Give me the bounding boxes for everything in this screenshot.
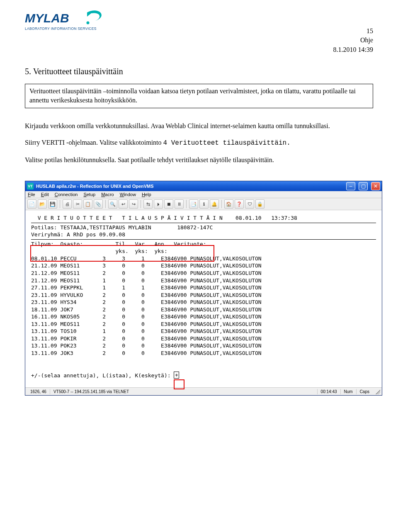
term-patient-line: Potilas: TESTAAJA,TESTITAPAUS MYLABIN 18… xyxy=(31,224,376,231)
app-icon: VT xyxy=(27,183,34,189)
term-row: 16.11.09 NKOS05 2 0 0 E3846V00 PUNASOLUT… xyxy=(31,313,376,321)
term-blank xyxy=(31,357,376,364)
svg-point-0 xyxy=(87,22,90,24)
doc-datetime: 8.1.2010 14:39 xyxy=(25,45,373,54)
term-row: 13.11.09 POKIR 2 0 0 E3846V00 PUNASOLUT,… xyxy=(31,335,376,343)
toolbar-button-13[interactable]: ⏸ xyxy=(175,199,184,209)
menu-file[interactable]: File xyxy=(28,192,35,197)
toolbar-button-9[interactable]: ↪ xyxy=(129,199,138,209)
menu-macro[interactable]: Macro xyxy=(101,192,114,197)
paragraph-1: Kirjaudu verkkoon omilla verkkotunnuksil… xyxy=(25,121,373,131)
toolbar-button-19[interactable]: 🛡 xyxy=(245,199,254,209)
term-row: 27.11.09 PEKPPKL 1 1 1 E3846V00 PUNASOLU… xyxy=(31,284,376,292)
menu-window[interactable]: Window xyxy=(120,192,136,197)
status-num: Num xyxy=(340,389,356,394)
paragraph-3: Valitse potilas henkilötunnuksella. Saat… xyxy=(25,155,373,165)
status-cursor: 1626, 46 xyxy=(27,389,50,394)
toolbar-button-15[interactable]: ℹ xyxy=(199,199,209,209)
term-row: 13.11.09 MEOS11 2 0 0 E3846V00 PUNASOLUT… xyxy=(31,321,376,328)
doc-type: Ohje xyxy=(25,36,373,45)
window-title: HUSLAB apila.r2w - Reflection for UNIX a… xyxy=(36,184,154,189)
toolbar-button-7[interactable]: 🔍 xyxy=(108,199,117,209)
toolbar-button-12[interactable]: ⏹ xyxy=(164,199,173,209)
minimize-button[interactable]: – xyxy=(346,182,355,190)
logo-text: MYLAB xyxy=(25,11,69,25)
menu-choice-text: 4 Verituotteet tilauspäivittäin. xyxy=(163,139,291,147)
menu-connection[interactable]: Connection xyxy=(55,192,78,197)
toolbar-button-14[interactable]: 📑 xyxy=(189,199,198,209)
term-row: 08.01.10 PECCU 3 3 1 E3846V00 PUNASOLUT,… xyxy=(31,255,376,262)
info-box: Verituotteet tilauspäivittäin –toiminnol… xyxy=(25,84,373,108)
toolbar-button-6[interactable]: 📎 xyxy=(94,199,103,209)
term-row: 23.11.09 HYS34 2 0 0 E3846V00 PUNASOLUT,… xyxy=(31,299,376,306)
status-connection: VT500-7 -- 194.215.141.185 via TELNET xyxy=(50,389,132,394)
toolbar-button-5[interactable]: 📋 xyxy=(83,199,92,209)
terminal-window: VT HUSLAB apila.r2w - Reflection for UNI… xyxy=(25,181,382,396)
menu-setup[interactable]: Setup xyxy=(83,192,95,197)
toolbar-button-2[interactable]: 💾 xyxy=(48,199,57,209)
toolbar-button-11[interactable]: ⏵ xyxy=(154,199,163,209)
term-prompt-line: +/-(selaa annettuja), L(istaa), K(eskeyt… xyxy=(31,372,376,379)
toolbar-button-18[interactable]: ❓ xyxy=(235,199,244,209)
toolbar-button-3[interactable]: 🖨 xyxy=(63,199,72,209)
term-row: 21.12.09 MEOS11 3 0 0 E3846V00 PUNASOLUT… xyxy=(31,262,376,270)
menu-bar: FileEditConnectionSetupMacroWindowHelp xyxy=(25,191,382,198)
toolbar-button-16[interactable]: 🔔 xyxy=(210,199,219,209)
toolbar-button-17[interactable]: 🏠 xyxy=(224,199,233,209)
maximize-button[interactable]: ▢ xyxy=(359,182,368,190)
term-prompt-input[interactable]: + xyxy=(174,372,179,379)
term-row: 13.11.09 TOS10 1 0 0 E3846V00 PUNASOLUT,… xyxy=(31,328,376,335)
term-title-line: V E R I T U O T T E E T T I L A U S P Ä … xyxy=(31,214,376,222)
term-bloodgroup-line: Veriryhmä: A RhD pos 09.09.08 xyxy=(31,231,376,238)
paragraph-2: Siirry VERTTI -ohjelmaan. Valitse valikk… xyxy=(25,138,373,148)
toolbar-button-10[interactable]: ⇆ xyxy=(143,199,153,209)
toolbar-button-1[interactable]: 📂 xyxy=(38,199,47,209)
menu-edit[interactable]: Edit xyxy=(41,192,49,197)
toolbar-button-8[interactable]: ↩ xyxy=(119,199,128,209)
toolbar-button-0[interactable]: 📄 xyxy=(27,199,36,209)
status-caps: Caps xyxy=(356,389,373,394)
section-title: 5. Verituotteet tilauspäivittäin xyxy=(25,67,373,76)
toolbar-button-4[interactable]: ✂ xyxy=(73,199,82,209)
term-row: 23.11.09 HYVULKO 2 0 0 E3846V00 PUNASOLU… xyxy=(31,292,376,299)
toolbar-button-20[interactable]: 🔒 xyxy=(255,199,265,209)
term-row: 21.12.09 MEOS11 1 0 0 E3846V00 PUNASOLUT… xyxy=(31,277,376,284)
close-button[interactable]: ✕ xyxy=(371,182,380,190)
status-bar: 1626, 46 VT500-7 -- 194.215.141.185 via … xyxy=(25,387,382,395)
term-col-header-1: Tilpvm: Osasto: Til. Var. Ann. Verituote… xyxy=(31,240,376,248)
window-titlebar[interactable]: VT HUSLAB apila.r2w - Reflection for UNI… xyxy=(25,181,382,191)
toolbar: 📄📂💾🖨✂📋📎🔍↩↪⇆⏵⏹⏸📑ℹ🔔🏠❓🛡🔒 xyxy=(25,198,382,210)
terminal-area[interactable]: V E R I T U O T T E E T T I L A U S P Ä … xyxy=(25,210,382,387)
status-elapsed: 00:14:43 xyxy=(317,389,340,394)
term-blank xyxy=(31,364,376,372)
menu-help[interactable]: Help xyxy=(142,192,151,197)
term-row: 18.11.09 JOK7 2 0 0 E3846V00 PUNASOLUT,V… xyxy=(31,306,376,313)
term-row: 13.11.09 POK23 2 0 0 E3846V00 PUNASOLUT,… xyxy=(31,342,376,350)
term-row: 13.11.09 JOK3 2 0 0 E3846V00 PUNASOLUT,V… xyxy=(31,350,376,357)
page-header: 15 Ohje 8.1.2010 14:39 xyxy=(25,27,373,54)
term-row: 21.12.09 MEOS11 2 0 0 E3846V00 PUNASOLUT… xyxy=(31,270,376,277)
term-col-header-2: yks. yks: yks: xyxy=(31,248,376,255)
resize-grip-icon[interactable] xyxy=(374,389,380,394)
